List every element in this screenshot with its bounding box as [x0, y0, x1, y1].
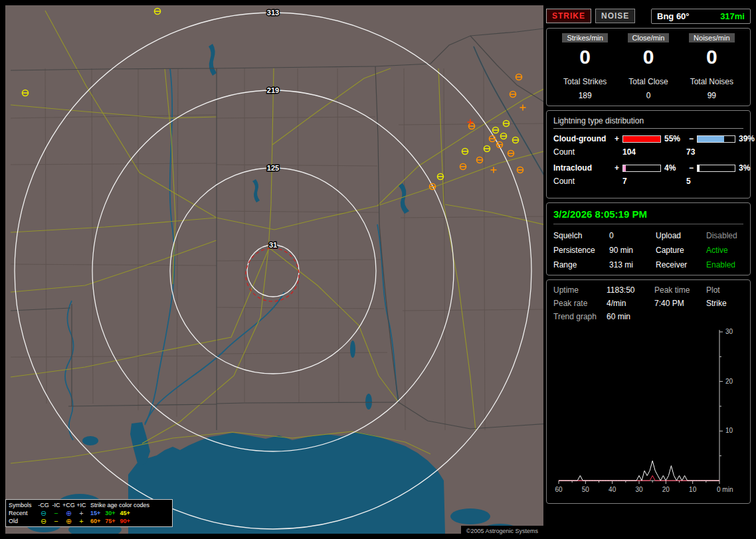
- old-pos-ic-icon: +: [76, 518, 87, 524]
- ic-minus-sign: −: [689, 163, 697, 173]
- upload-label: Upload: [656, 231, 706, 240]
- map-canvas[interactable]: 31321912531: [5, 5, 543, 534]
- ic-plus-sign: +: [614, 163, 622, 173]
- trend-graph-label: Trend graph: [553, 312, 607, 321]
- noises-per-min-chip: Noises/min: [689, 33, 734, 42]
- trend-graph: 1020300 min102030405060: [553, 327, 743, 498]
- bearing-range-value: 317mi: [720, 11, 745, 21]
- svg-text:20: 20: [662, 486, 670, 493]
- persistence-label: Persistence: [553, 246, 609, 255]
- intracloud-label: Intracloud: [553, 163, 614, 173]
- total-noises-value: 99: [680, 91, 743, 100]
- ic-minus-count: 5: [686, 177, 743, 186]
- legend-col-pos-ic: +IC: [76, 502, 87, 508]
- ic-minus-bar: [697, 165, 735, 172]
- map-legend: Symbols -CG -IC +CG +IC Strike age color…: [5, 499, 173, 527]
- legend-col-neg-cg: -CG: [37, 502, 50, 508]
- ic-count-label: Count: [553, 177, 622, 186]
- peak-rate-value: 4/min: [607, 299, 654, 308]
- distribution-title: Lightning type distribution: [553, 116, 743, 129]
- svg-text:125: 125: [267, 164, 279, 172]
- uptime-grid: Uptime 1183:50 Peak time Plot Peak rate …: [553, 285, 743, 321]
- uptime-value: 1183:50: [607, 285, 654, 295]
- strikes-rate-column: Strikes/min 0 Total Strikes 189: [553, 33, 616, 100]
- legend-col-neg-ic: -IC: [50, 502, 62, 508]
- total-strikes-label: Total Strikes: [553, 77, 616, 86]
- bearing-display: Bng 60° 317mi: [651, 9, 751, 24]
- cg-count-label: Count: [553, 147, 622, 157]
- legend-symbols-title: Symbols: [9, 502, 37, 508]
- close-per-min-value: 0: [616, 46, 680, 68]
- uptime-label: Uptime: [553, 285, 607, 295]
- svg-text:30: 30: [635, 486, 643, 493]
- rates-box: Strikes/min 0 Total Strikes 189 Close/mi…: [546, 28, 751, 106]
- range-value: 313 mi: [609, 260, 656, 270]
- datetime-display: 3/2/2026 8:05:19 PM: [553, 208, 743, 220]
- svg-text:31: 31: [269, 241, 277, 249]
- cg-plus-pct: 55%: [661, 134, 689, 143]
- lightning-map[interactable]: 31321912531 Symbols -CG -IC +CG +IC Stri…: [5, 5, 543, 534]
- cg-minus-pct: 39%: [735, 134, 755, 143]
- legend-recent-label: Recent: [9, 510, 37, 516]
- cg-plus-bar: [622, 135, 661, 143]
- cg-plus-count: 104: [622, 147, 686, 157]
- side-panel: STRIKE NOISE Bng 60° 317mi Strikes/min 0…: [546, 8, 751, 504]
- svg-text:219: 219: [267, 86, 279, 94]
- old-neg-ic-icon: −: [50, 518, 62, 524]
- status-box: 3/2/2026 8:05:19 PM Squelch 0 Upload Dis…: [546, 202, 751, 275]
- svg-text:20: 20: [725, 378, 733, 385]
- receiver-label: Receiver: [656, 260, 706, 270]
- old-age-codes: 60+75+90+: [87, 518, 169, 524]
- panel-header: STRIKE NOISE Bng 60° 317mi: [546, 8, 751, 24]
- total-close-value: 0: [616, 91, 680, 100]
- ic-plus-count: 7: [622, 177, 686, 186]
- capture-label: Capture: [656, 246, 706, 255]
- legend-old-row: Old ⊖ − ⊕ + 60+75+90+: [9, 517, 169, 525]
- total-close-label: Total Close: [616, 77, 680, 86]
- legend-header-row: Symbols -CG -IC +CG +IC Strike age color…: [9, 501, 169, 509]
- legend-old-label: Old: [9, 518, 37, 524]
- ic-plus-pct: 4%: [661, 163, 689, 173]
- age-code-badge: 60+: [90, 518, 100, 524]
- peak-rate-label: Peak rate: [553, 299, 607, 308]
- ic-plus-bar: [622, 165, 661, 172]
- spacer: [706, 312, 743, 321]
- range-label: Range: [553, 260, 609, 270]
- trend-graph-value: 60 min: [607, 312, 654, 321]
- close-rate-column: Close/min 0 Total Close 0: [616, 33, 680, 100]
- cloud-ground-count-row: Count 104 73: [553, 147, 743, 157]
- legend-col-pos-cg: +CG: [62, 502, 76, 508]
- svg-text:0 min: 0 min: [717, 486, 733, 493]
- total-strikes-value: 189: [553, 91, 616, 100]
- age-code-badge: 15+: [90, 510, 100, 516]
- peak-time-value: 7:40 PM: [654, 299, 706, 308]
- trend-box: Uptime 1183:50 Peak time Plot Peak rate …: [546, 279, 751, 504]
- age-code-badge: 30+: [105, 510, 115, 516]
- strike-mode-button[interactable]: STRIKE: [546, 9, 591, 23]
- cg-plus-sign: +: [614, 134, 622, 143]
- noise-mode-button[interactable]: NOISE: [595, 9, 635, 23]
- legend-recent-row: Recent ⊖ − ⊕ + 15+30+45+: [9, 509, 169, 517]
- strikes-per-min-chip: Strikes/min: [562, 33, 607, 42]
- svg-text:60: 60: [555, 486, 563, 493]
- distribution-box: Lightning type distribution Cloud-ground…: [546, 110, 751, 198]
- age-code-badge: 75+: [105, 518, 115, 524]
- persistence-value: 90 min: [609, 246, 656, 255]
- legend-age-title: Strike age color codes: [87, 502, 169, 508]
- recent-neg-cg-icon: ⊖: [37, 510, 50, 516]
- squelch-label: Squelch: [553, 231, 609, 240]
- recent-neg-ic-icon: −: [50, 510, 62, 516]
- bearing-label: Bng 60°: [657, 11, 690, 21]
- cg-minus-bar: [697, 135, 735, 143]
- age-code-badge: 90+: [120, 518, 130, 524]
- recent-pos-cg-icon: ⊕: [62, 510, 76, 516]
- svg-text:10: 10: [725, 427, 733, 434]
- svg-text:40: 40: [609, 486, 616, 493]
- noises-rate-column: Noises/min 0 Total Noises 99: [680, 33, 743, 100]
- ic-minus-pct: 3%: [735, 163, 750, 173]
- recent-age-codes: 15+30+45+: [87, 510, 169, 516]
- app-window: 31321912531 Symbols -CG -IC +CG +IC Stri…: [0, 0, 756, 539]
- total-noises-label: Total Noises: [680, 77, 743, 86]
- cg-minus-count: 73: [686, 147, 743, 157]
- cg-minus-sign: −: [689, 134, 697, 143]
